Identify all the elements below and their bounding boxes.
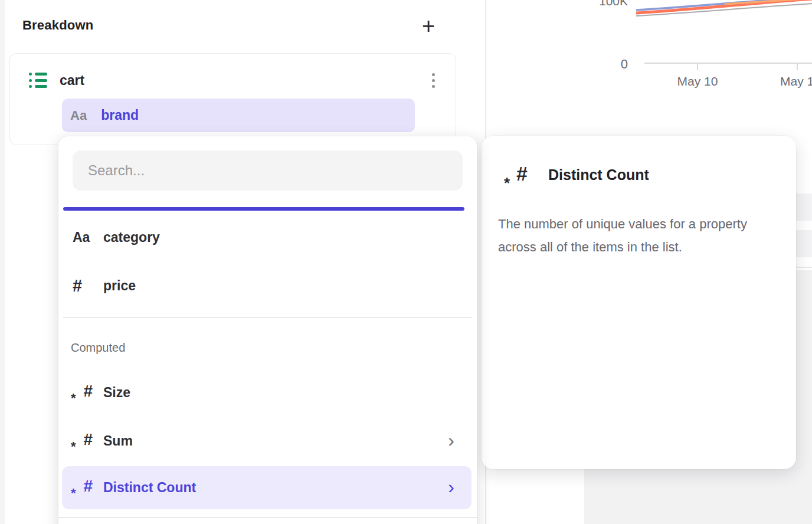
- page-left-edge: [0, 0, 5, 524]
- series-line-salmon: [636, 0, 812, 13]
- chart-lines: [636, 0, 812, 18]
- chart-x-tick: [797, 63, 798, 70]
- chart-x-axis: [644, 63, 812, 64]
- dropdown-item-label: Size: [103, 385, 130, 401]
- computed-number-icon: * #: [73, 477, 93, 497]
- text-type-icon: Aa: [70, 108, 87, 123]
- chart-x-tick: [697, 63, 698, 70]
- dropdown-item-label: price: [103, 278, 136, 294]
- kebab-menu-icon[interactable]: [424, 68, 442, 93]
- property-dropdown: Aa category # price Computed * # Size * …: [58, 136, 477, 524]
- chart-y-label-zero: 0: [590, 57, 628, 72]
- dropdown-item-label: category: [103, 230, 160, 245]
- dropdown-item-label: Distinct Count: [103, 480, 196, 496]
- dropdown-divider: [63, 317, 472, 318]
- dropdown-item-category[interactable]: Aa category: [58, 220, 477, 254]
- text-type-icon: Aa: [73, 230, 90, 245]
- scrolled-selection-indicator: [63, 207, 464, 211]
- breakdown-title: Breakdown: [22, 18, 93, 33]
- dropdown-item-price[interactable]: # price: [58, 268, 477, 303]
- chart-y-label-max: 100K: [590, 0, 628, 8]
- add-breakdown-button[interactable]: +: [415, 13, 441, 39]
- list-property-icon: [29, 71, 48, 89]
- tooltip-description: The number of unique values for a proper…: [498, 212, 778, 258]
- computed-number-icon: * #: [73, 382, 93, 402]
- number-type-icon: #: [73, 277, 82, 294]
- computed-number-icon: * #: [505, 162, 529, 187]
- dropdown-item-sum[interactable]: * # Sum ›: [58, 424, 477, 458]
- chart-x-label-may10: May 10: [662, 74, 733, 89]
- cart-label: cart: [60, 73, 84, 89]
- chevron-right-icon: ›: [448, 431, 454, 450]
- dropdown-footer-divider: [58, 517, 477, 518]
- breakdown-card-cart: cart Aa brand: [9, 53, 456, 145]
- search-box: [73, 150, 463, 191]
- chart-x-label-may17: May 1: [780, 74, 812, 89]
- distinct-count-tooltip: * # Distinct Count The number of unique …: [482, 136, 796, 469]
- tooltip-title: Distinct Count: [548, 166, 649, 184]
- selected-property-chip[interactable]: Aa brand: [62, 99, 415, 132]
- plus-icon: +: [422, 15, 435, 37]
- computed-number-icon: * #: [73, 431, 93, 451]
- dropdown-item-distinct-count[interactable]: * # Distinct Count ›: [58, 470, 477, 505]
- dropdown-item-label: Sum: [103, 433, 133, 449]
- computed-section-label: Computed: [71, 341, 125, 355]
- app-screen: 100K 0 May 10 May 1 Breakdown + cart Aa …: [0, 0, 812, 524]
- cart-row[interactable]: cart: [29, 67, 442, 94]
- dropdown-item-size[interactable]: * # Size: [58, 375, 477, 410]
- selected-property-label: brand: [101, 107, 139, 123]
- search-input[interactable]: [73, 150, 463, 191]
- chevron-right-icon: ›: [448, 477, 454, 496]
